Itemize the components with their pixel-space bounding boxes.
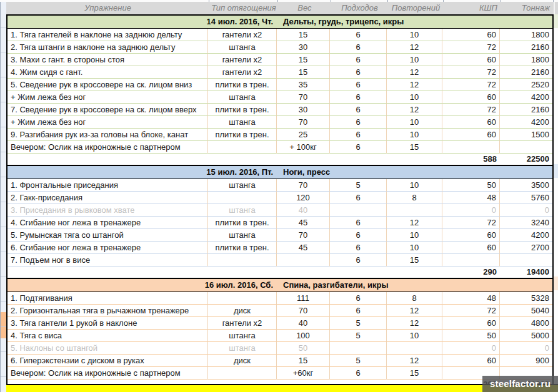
cell-type[interactable] xyxy=(208,254,277,267)
cell-reps[interactable]: 12 xyxy=(387,317,442,330)
cell-tonnage[interactable]: 0 xyxy=(500,204,552,217)
cell-exercise[interactable]: 4. Жим сидя с гант. xyxy=(7,66,208,79)
cell-exercise[interactable]: 7. Подъем ног в висе xyxy=(7,254,208,267)
cell-weight[interactable]: 45 xyxy=(277,242,330,254)
cell-reps[interactable]: 10 xyxy=(387,179,442,192)
cell-type[interactable] xyxy=(208,141,277,154)
total-empty-cell[interactable] xyxy=(7,267,208,278)
cell-tonnage[interactable]: 2160 xyxy=(500,104,552,116)
cell-reps[interactable]: 10 xyxy=(387,242,442,254)
cell-exercise[interactable]: 7. Сведение рук в кроссовере на ск. лицо… xyxy=(7,104,208,116)
total-tonnage[interactable]: 19400 xyxy=(500,267,552,278)
cell-sets[interactable]: 6 xyxy=(330,367,387,380)
cell-sets[interactable]: 6 xyxy=(330,141,387,154)
cell-weight[interactable]: 70 xyxy=(277,179,330,192)
cell-reps[interactable]: 8 xyxy=(387,192,442,204)
cell-tonnage[interactable]: 3240 xyxy=(500,217,552,229)
cell-weight[interactable]: 111 xyxy=(277,292,330,305)
cell-tonnage[interactable]: 0 xyxy=(500,342,552,355)
cell-type[interactable]: плитки в трен. xyxy=(208,79,277,91)
cell-kshp[interactable]: 60 xyxy=(442,229,500,242)
cell-kshp[interactable]: 60 xyxy=(442,317,500,330)
cell-kshp[interactable]: 60 xyxy=(442,91,500,104)
cell-exercise[interactable]: 1. Фронтальные приседания xyxy=(7,179,208,192)
cell-tonnage[interactable]: 5000 xyxy=(500,330,552,342)
cell-type[interactable]: штанга xyxy=(208,91,277,104)
cell-weight[interactable]: 35 xyxy=(277,79,330,91)
cell-weight[interactable]: 30 xyxy=(277,104,330,116)
total-empty-cell[interactable] xyxy=(208,267,277,278)
cell-type[interactable] xyxy=(208,292,277,305)
cell-kshp[interactable]: 48 xyxy=(442,292,500,305)
cell-type[interactable]: гантели х2 xyxy=(208,54,277,66)
cell-weight[interactable] xyxy=(277,254,330,267)
cell-kshp[interactable]: 60 xyxy=(442,242,500,254)
cell-tonnage[interactable]: 1800 xyxy=(500,54,552,66)
cell-kshp[interactable]: 60 xyxy=(442,129,500,141)
cell-sets[interactable]: 6 xyxy=(330,192,387,204)
cell-reps[interactable]: 8 xyxy=(387,292,442,305)
cell-kshp[interactable]: 0 xyxy=(442,342,500,355)
cell-reps[interactable]: 15 xyxy=(387,367,442,380)
cell-sets[interactable]: 6 xyxy=(330,242,387,254)
cell-reps[interactable]: 10 xyxy=(387,116,442,129)
cell-sets[interactable]: 6 xyxy=(330,29,387,41)
cell-reps[interactable] xyxy=(387,204,442,217)
day-header[interactable]: 14 июл. 2016, Чт.Дельты, грудь, трицепс,… xyxy=(7,16,552,29)
cell-type[interactable]: плитки в трен. xyxy=(208,104,277,116)
cell-weight[interactable]: 50 xyxy=(277,342,330,355)
cell-kshp[interactable]: 48 xyxy=(442,192,500,204)
cell-sets[interactable]: 6 xyxy=(330,217,387,229)
cell-sets[interactable]: 6 xyxy=(330,54,387,66)
cell-type[interactable]: штанга xyxy=(208,41,277,54)
cell-type[interactable]: штанга xyxy=(208,179,277,192)
cell-kshp[interactable] xyxy=(442,254,500,267)
cell-type[interactable]: гантели х2 xyxy=(208,317,277,330)
cell-tonnage[interactable]: 4200 xyxy=(500,91,552,104)
day-header[interactable]: 16 июл. 2016, Сб.Спина, разгибатели, икр… xyxy=(7,279,552,292)
cell-weight[interactable]: 15 xyxy=(277,355,330,367)
cell-tonnage[interactable]: 3500 xyxy=(500,179,552,192)
cell-exercise[interactable]: 2. Гакк-приседания xyxy=(7,192,208,204)
cell-type[interactable]: штанга xyxy=(208,229,277,242)
cell-sets[interactable]: 6 xyxy=(330,79,387,91)
next-day-highlight-row[interactable] xyxy=(6,384,558,392)
cell-reps[interactable]: 10 xyxy=(387,29,442,41)
cell-reps[interactable]: 10 xyxy=(387,54,442,66)
cell-weight[interactable]: 30 xyxy=(277,41,330,54)
cell-weight[interactable]: 15 xyxy=(277,29,330,41)
cell-tonnage[interactable]: 2520 xyxy=(500,79,552,91)
cell-reps[interactable]: 15 xyxy=(387,254,442,267)
cell-exercise[interactable]: 6. Сгибание ног лежа в тренажере xyxy=(7,242,208,254)
cell-exercise[interactable]: 5. Наклоны со штангой xyxy=(7,342,208,355)
total-tonnage[interactable]: 22500 xyxy=(500,154,552,165)
cell-kshp[interactable] xyxy=(442,141,500,154)
cell-weight[interactable]: 45 xyxy=(277,217,330,229)
cell-tonnage[interactable]: 4800 xyxy=(500,317,552,330)
cell-exercise[interactable]: 1. Подтягивания xyxy=(7,292,208,305)
cell-exercise[interactable]: 3. Приседания в рывковом хвате xyxy=(7,204,208,217)
cell-reps[interactable] xyxy=(387,342,442,355)
cell-sets[interactable]: 5 xyxy=(330,355,387,367)
cell-exercise[interactable]: 6. Гиперэкстензии с диском в руках xyxy=(7,355,208,367)
total-empty-cell[interactable] xyxy=(208,154,277,165)
cell-weight[interactable]: 100 xyxy=(277,330,330,342)
cell-kshp[interactable]: 72 xyxy=(442,66,500,79)
cell-weight[interactable]: 15 xyxy=(277,54,330,66)
cell-sets[interactable]: 6 xyxy=(330,292,387,305)
cell-type[interactable] xyxy=(208,192,277,204)
cell-sets[interactable]: 6 xyxy=(330,104,387,116)
cell-reps[interactable]: 12 xyxy=(387,355,442,367)
cell-type[interactable]: диск xyxy=(208,355,277,367)
cell-tonnage[interactable]: 2700 xyxy=(500,242,552,254)
cell-exercise[interactable]: 9. Разгибания рук из-за головы на блоке,… xyxy=(7,129,208,141)
cell-type[interactable]: штанга xyxy=(208,116,277,129)
cell-reps[interactable]: 10 xyxy=(387,229,442,242)
cell-sets[interactable]: 5 xyxy=(330,317,387,330)
cell-type[interactable]: гантели х2 xyxy=(208,29,277,41)
total-empty-cell[interactable] xyxy=(387,267,442,278)
cell-weight[interactable]: 70 xyxy=(277,305,330,317)
cell-exercise[interactable]: 3. Махи с гант. в стороны стоя xyxy=(7,54,208,66)
cell-kshp[interactable]: 60 xyxy=(442,355,500,367)
cell-tonnage[interactable] xyxy=(500,141,552,154)
